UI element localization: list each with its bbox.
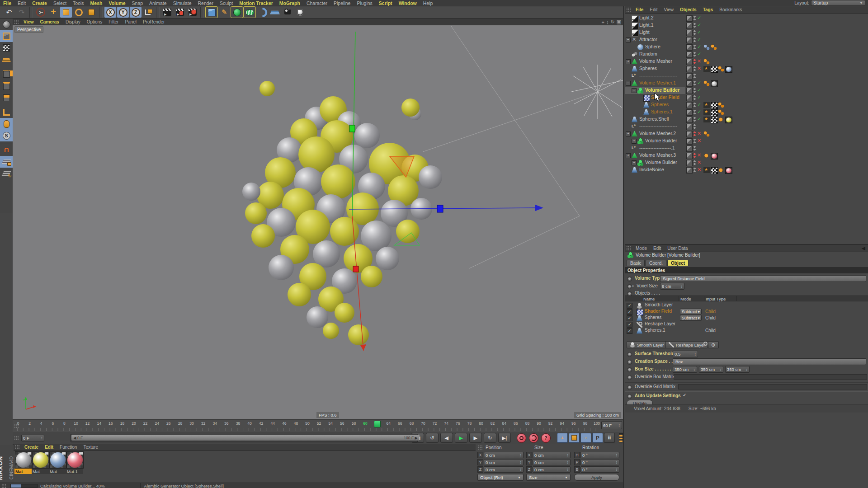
visibility-dots[interactable]: [693, 167, 696, 173]
attribute-menu-mode[interactable]: Mode: [632, 246, 650, 251]
render-picture-viewer-button[interactable]: [174, 7, 186, 18]
material-menu-edit[interactable]: Edit: [42, 445, 57, 450]
dots-orange-tag[interactable]: [718, 66, 724, 72]
enabled-check-icon[interactable]: ✓: [697, 37, 701, 42]
spinner-icon[interactable]: ↕: [681, 284, 683, 289]
visibility-dots[interactable]: [693, 52, 696, 57]
coords-dropdown-size[interactable]: Size▼: [526, 474, 571, 481]
menu-sculpt[interactable]: Sculpt: [217, 0, 236, 6]
object-manager-menu-objects[interactable]: Objects: [677, 7, 700, 12]
z-axis-handle[interactable]: [437, 205, 443, 212]
keyframe-selection-button[interactable]: ?: [541, 433, 551, 443]
subdivision-surface-button[interactable]: [231, 7, 243, 18]
coord-field-size-y[interactable]: 0 cm↕: [533, 459, 571, 465]
visibility-dots[interactable]: [693, 124, 696, 129]
mat-gray-tag[interactable]: [711, 80, 718, 87]
frame-tick-42[interactable]: 42: [257, 421, 266, 426]
timeline-ruler[interactable]: 0246810121416182022242628303234363840424…: [13, 420, 623, 432]
object-name[interactable]: InsideNoise: [639, 167, 664, 172]
frame-tick-48[interactable]: 48: [291, 421, 300, 426]
frame-tick-18[interactable]: 18: [118, 421, 127, 426]
material-thumb-2[interactable]: [32, 451, 49, 469]
objects-table-row-smooth-layer[interactable]: ✓Smooth Layer: [625, 302, 868, 309]
disabled-x-icon[interactable]: ✕: [697, 167, 701, 173]
frame-tick-28[interactable]: 28: [175, 421, 184, 426]
volume-blob-mesh[interactable]: [242, 81, 442, 345]
checker-tag[interactable]: [711, 109, 718, 116]
enabled-check-icon[interactable]: ✓: [697, 44, 701, 50]
keyframe-dot-icon[interactable]: [627, 284, 632, 289]
material-thumb-4[interactable]: [66, 451, 84, 469]
menu-snap[interactable]: Snap: [129, 0, 146, 6]
material-label[interactable]: Mat: [49, 469, 66, 474]
mat-pink-tag[interactable]: [711, 153, 718, 160]
layer-swatch[interactable]: [686, 80, 693, 87]
frame-tick-46[interactable]: 46: [280, 421, 289, 426]
disabled-x-icon[interactable]: ✕: [697, 152, 701, 158]
object-name[interactable]: Volume Mesher.3: [639, 152, 676, 158]
frame-tick-66[interactable]: 66: [396, 421, 405, 426]
edges-mode-button[interactable]: [0, 80, 13, 92]
loop-range-button[interactable]: ↻: [484, 433, 496, 443]
frame-tick-30[interactable]: 30: [187, 421, 196, 426]
frame-tick-4[interactable]: 4: [37, 421, 46, 426]
tree-row-volume-mesher-3[interactable]: +Volume Mesher.3✕: [625, 152, 868, 159]
box-size-y-field[interactable]: 350 cm↕: [699, 366, 723, 373]
col-mode[interactable]: Mode: [680, 296, 691, 301]
tree-row-volume-builder[interactable]: +Volume Builder✕: [625, 159, 868, 166]
menu-mograph[interactable]: MoGraph: [276, 0, 303, 6]
layer-swatch[interactable]: [686, 160, 693, 166]
tree-row-shader-field[interactable]: Shader Field✓: [625, 94, 868, 101]
volume-type-dropdown[interactable]: Signed Distance Field: [660, 275, 866, 282]
dot-orange-tag[interactable]: [718, 117, 724, 122]
object-manager-menu-edit[interactable]: Edit: [646, 7, 660, 12]
viewport-menu-view[interactable]: View: [20, 19, 37, 24]
tree-row-sphere[interactable]: Sphere✓: [625, 43, 868, 51]
enabled-check-icon[interactable]: ✓: [697, 29, 701, 35]
autokeying-button[interactable]: [529, 433, 538, 443]
play-backwards-button[interactable]: ↺: [426, 433, 439, 443]
next-frame-button[interactable]: ▶: [469, 433, 482, 443]
menu-volume[interactable]: Volume: [105, 0, 128, 6]
frame-tick-76[interactable]: 76: [453, 421, 462, 426]
drag-grip-icon[interactable]: [626, 246, 631, 251]
tree-row-spheres[interactable]: Spheres✕: [625, 65, 868, 72]
mat-yellow-tag[interactable]: [725, 117, 732, 123]
expand-icon[interactable]: +: [626, 153, 631, 158]
floor-button[interactable]: [269, 7, 281, 18]
dots-orange-tag[interactable]: [703, 59, 710, 65]
enabled-check-icon[interactable]: ✓: [697, 94, 701, 100]
menu-help[interactable]: Help: [420, 0, 436, 6]
checker-tag[interactable]: [711, 117, 718, 123]
layer-swatch[interactable]: [686, 23, 693, 29]
dots-orange-tag[interactable]: [711, 44, 717, 50]
expand-icon[interactable]: +: [632, 160, 637, 165]
object-name[interactable]: Spheres.1: [651, 109, 673, 114]
play-forwards-button[interactable]: ▶: [455, 433, 467, 443]
star-orange-tag[interactable]: [703, 109, 710, 115]
y-axis-handle[interactable]: [349, 125, 355, 132]
enabled-check-icon[interactable]: ✓: [697, 51, 701, 57]
reshape-layer-button[interactable]: Reshape Layer: [665, 341, 708, 348]
tree-row-random[interactable]: Random✓: [625, 51, 868, 58]
model-mode-button[interactable]: [0, 30, 13, 42]
frame-tick-36[interactable]: 36: [222, 421, 231, 426]
previous-frame-button[interactable]: ◀: [440, 433, 453, 443]
coord-field-rotation-p[interactable]: 0 °↕: [580, 459, 619, 465]
frame-tick-10[interactable]: 10: [71, 421, 80, 426]
visibility-dots[interactable]: [693, 153, 696, 158]
collapse-icon[interactable]: −: [632, 88, 637, 93]
last-tool-button[interactable]: [85, 7, 97, 18]
enabled-check-icon[interactable]: ✓: [697, 102, 701, 108]
row-checkbox[interactable]: ✓: [627, 322, 632, 328]
menu-mesh[interactable]: Mesh: [87, 0, 106, 6]
object-name[interactable]: Spheres.Shell: [639, 116, 669, 122]
coord-field-position-y[interactable]: 0 cm↕: [484, 459, 524, 465]
object-name[interactable]: Spheres: [651, 102, 669, 107]
frame-tick-96[interactable]: 96: [569, 421, 578, 426]
checker-tag[interactable]: [711, 102, 718, 109]
viewport-menu-prorender[interactable]: ProRender: [140, 19, 168, 24]
frame-tick-38[interactable]: 38: [233, 421, 242, 426]
visibility-dots[interactable]: [693, 117, 696, 122]
object-name[interactable]: Spheres: [639, 66, 657, 71]
